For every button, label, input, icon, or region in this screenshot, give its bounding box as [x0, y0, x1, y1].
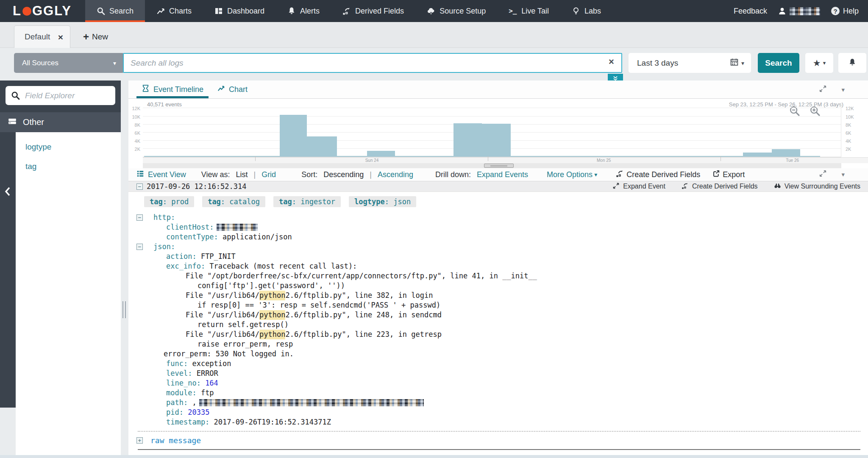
time-range-picker[interactable]: Last 3 days ▾	[629, 53, 751, 73]
tag-pill[interactable]: logtype: json	[349, 196, 416, 207]
alert-button[interactable]	[838, 53, 866, 73]
search-tab-bar: Default × + New	[0, 22, 868, 48]
hourglass-icon	[142, 84, 150, 94]
y-axis-label: 6K	[128, 130, 140, 136]
log-line: config['ftp'].get('password', ''))	[136, 281, 868, 291]
clear-search-icon[interactable]: ×	[609, 57, 614, 67]
tag-pill[interactable]: tag: catalog	[202, 196, 265, 207]
derived-fields-dark-icon	[682, 182, 689, 191]
expand-panel-icon[interactable]	[819, 169, 827, 180]
y-axis-label: 4K	[846, 139, 857, 144]
create-derived-fields-button[interactable]: Create Derived Fields	[616, 169, 700, 180]
log-lines: −http:clientHost:contentType: applicatio…	[136, 211, 868, 427]
expand-event-button[interactable]: Expand Event	[612, 182, 665, 191]
y-axis-label: 8K	[846, 122, 857, 128]
search-button[interactable]: Search	[758, 53, 799, 73]
field-link-logtype[interactable]: logtype	[25, 142, 121, 152]
collapse-node-icon[interactable]: −	[136, 244, 143, 250]
event-view-icon	[136, 170, 144, 180]
panel-menu-icon[interactable]: ▾	[841, 86, 845, 94]
log-line: line_no: 164	[136, 378, 868, 388]
field-group-other[interactable]: Other	[0, 112, 121, 132]
help-link[interactable]: ? Help	[831, 7, 859, 16]
nav-item-labs[interactable]: Labs	[560, 0, 612, 22]
search-row: All Sources ▾ × Last 3 days ▾ Search ★ ▾	[0, 48, 868, 80]
new-tab-button[interactable]: + New	[83, 25, 108, 48]
timeline-scrollbar-handle[interactable]	[484, 164, 514, 168]
tag-pill[interactable]: tag: ingestor	[273, 196, 341, 207]
search-input[interactable]	[123, 53, 622, 73]
nav-item-dashboard[interactable]: Dashboard	[203, 0, 276, 22]
nav-item-derived-fields[interactable]: Derived Fields	[331, 0, 415, 22]
x-axis-label: Tue 26	[786, 158, 799, 163]
expand-events-link[interactable]: Expand Events	[477, 170, 528, 179]
raw-message-toggle[interactable]: + raw message	[136, 436, 868, 445]
y-axis-label: 4K	[128, 139, 140, 144]
search-icon	[11, 91, 20, 100]
field-explorer-sidebar: Other logtype tag	[0, 80, 121, 458]
timeline-x-axis: Sun 24Mon 25Tue 26	[143, 157, 868, 163]
log-line: −http:	[136, 213, 868, 222]
view-surrounding-events-button[interactable]: View Surrounding Events	[774, 182, 860, 191]
sort-ascending[interactable]: Ascending	[378, 170, 413, 179]
timeline-bar	[395, 156, 453, 157]
nav-item-search[interactable]: Search	[85, 0, 145, 22]
field-link-tag[interactable]: tag	[25, 162, 121, 171]
sidebar-resize-handle[interactable]	[122, 301, 126, 318]
create-derived-fields-button[interactable]: Create Derived Fields	[682, 182, 758, 191]
feedback-link[interactable]: Feedback	[734, 7, 767, 16]
collapse-node-icon[interactable]: −	[136, 214, 143, 221]
log-line: File "/opt/borderfree/sc-bfx/current/app…	[136, 271, 868, 281]
nav-item-live-tail[interactable]: >_Live Tail	[497, 0, 560, 22]
chevron-down-icon: ▾	[113, 60, 116, 67]
collapse-sidebar-icon[interactable]	[3, 186, 12, 197]
saved-searches-button[interactable]: ★ ▾	[805, 53, 833, 73]
expand-panel-icon[interactable]	[819, 85, 827, 94]
export-button[interactable]: Export	[712, 169, 745, 180]
timeline-bar	[307, 136, 337, 157]
tab-default[interactable]: Default ×	[14, 25, 70, 48]
content-area: Event Timeline Chart ▾ 40,571 events Sep…	[128, 80, 868, 458]
log-line: −json:	[136, 242, 868, 252]
person-icon	[778, 7, 786, 15]
log-line: if resp[0] == '3': resp = self.sendcmd('…	[136, 300, 868, 310]
log-line: File "/usr/lib64/python2.6/ftplib.py", l…	[136, 330, 868, 339]
window-bottom-edge	[0, 455, 868, 458]
dashboard-icon	[214, 7, 223, 15]
log-line: raise error_perm, resp	[136, 339, 868, 349]
nav-item-source-setup[interactable]: Source Setup	[415, 0, 497, 22]
expand-icon: +	[136, 437, 143, 444]
bell-icon	[287, 7, 296, 15]
loggly-logo[interactable]: LGGLY	[0, 0, 85, 22]
y-axis-label: 12K	[846, 106, 857, 111]
view-as-list[interactable]: List	[236, 170, 248, 179]
sort-descending[interactable]: Descending	[323, 170, 364, 179]
export-icon	[712, 169, 720, 180]
user-menu[interactable]	[778, 7, 820, 15]
chevron-down-icon: ▾	[594, 171, 597, 178]
log-line: File "/usr/lib64/python2.6/ftplib.py", l…	[136, 310, 868, 320]
panel-menu-icon[interactable]: ▾	[841, 171, 845, 178]
tab-event-timeline[interactable]: Event Timeline	[136, 80, 209, 98]
timeline-bar	[772, 149, 801, 157]
timeline-bar	[280, 115, 307, 157]
tag-pill[interactable]: tag: prod	[144, 196, 194, 207]
event-detail: tag: prodtag: catalogtag: ingestorlogtyp…	[128, 192, 868, 458]
event-row-header: − 2017-09-26 12:16:52.314 Expand EventCr…	[128, 181, 868, 192]
source-selector[interactable]: All Sources ▾	[14, 53, 123, 73]
more-options-menu[interactable]: More Options ▾	[547, 170, 597, 179]
nav-item-charts[interactable]: Charts	[145, 0, 203, 22]
x-axis-label: Sun 24	[365, 158, 379, 163]
redacted-value	[199, 399, 424, 406]
field-explorer-input[interactable]	[6, 86, 115, 105]
nav-item-alerts[interactable]: Alerts	[276, 0, 331, 22]
terminal-icon: >_	[509, 7, 517, 15]
collapse-event-icon[interactable]: −	[136, 183, 143, 190]
timeline-bar	[511, 156, 743, 157]
close-tab-icon[interactable]: ×	[58, 33, 63, 42]
timeline-bar	[482, 124, 511, 157]
main-area: Other logtype tag Event Timeline Ch	[0, 80, 868, 458]
timeline-scrollbar	[143, 163, 841, 168]
tab-chart[interactable]: Chart	[212, 80, 253, 98]
view-as-grid[interactable]: Grid	[262, 170, 276, 179]
